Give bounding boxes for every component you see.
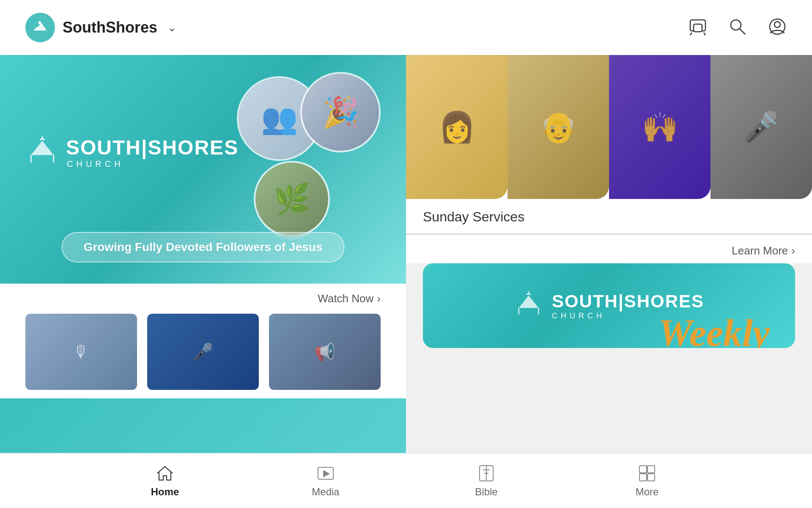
- bottom-navigation: Home Media Bible More: [0, 453, 812, 508]
- profile-icon[interactable]: [768, 17, 787, 38]
- svg-marker-16: [324, 471, 329, 477]
- watch-strip: Watch Now ›: [0, 284, 406, 309]
- right-panel: 👩 👴 🙌 🎤: [406, 55, 812, 466]
- search-icon[interactable]: [728, 17, 747, 38]
- main-content: SOUTH|SHORES CHURCH 👥 🎉: [0, 55, 812, 466]
- svg-point-8: [774, 22, 780, 28]
- svg-rect-25: [639, 474, 647, 481]
- sunday-photo-1: 👩: [406, 55, 508, 199]
- tab-more-label: More: [636, 486, 659, 498]
- watch-now-link[interactable]: Watch Now ›: [318, 292, 381, 305]
- nav-actions: [689, 17, 787, 38]
- svg-line-4: [704, 33, 705, 35]
- nav-brand[interactable]: SouthShores ⌄: [25, 13, 177, 42]
- left-panel: SOUTH|SHORES CHURCH 👥 🎉: [0, 55, 406, 466]
- thumbnail-3[interactable]: 📢: [269, 314, 381, 390]
- circle-photos: 👥 🎉 🌿: [203, 68, 381, 246]
- tab-media[interactable]: Media: [300, 464, 351, 498]
- circle-photo-2: 🎉: [300, 72, 381, 152]
- learn-more-link[interactable]: Learn More ›: [732, 244, 795, 257]
- weekly-main-text: SOUTH|SHORES: [552, 291, 704, 312]
- learn-more-row: Learn More ›: [406, 235, 812, 263]
- thumbnail-2[interactable]: 🎤: [147, 314, 259, 390]
- svg-rect-24: [647, 466, 655, 473]
- svg-line-3: [690, 33, 692, 35]
- svg-point-5: [731, 20, 741, 30]
- weekly-script-text: Weekly: [658, 314, 770, 348]
- svg-rect-2: [694, 24, 702, 32]
- sunday-photo-2: 👴: [508, 55, 609, 199]
- top-navigation: SouthShores ⌄: [0, 0, 812, 55]
- svg-rect-23: [639, 466, 647, 473]
- chat-icon[interactable]: [689, 17, 707, 38]
- tab-bible-label: Bible: [475, 486, 497, 498]
- circle-photo-3: 🌿: [254, 161, 330, 237]
- sunday-services-title: Sunday Services: [423, 209, 795, 225]
- video-thumbnails: 🎙 🎤 📢: [0, 309, 406, 398]
- tab-bible[interactable]: Bible: [461, 464, 512, 498]
- tab-home[interactable]: Home: [140, 464, 190, 498]
- sunday-title-row: Sunday Services: [406, 199, 812, 233]
- weekly-banner[interactable]: SOUTH|SHORES CHURCH Weekly: [423, 263, 795, 348]
- hero-banner: SOUTH|SHORES CHURCH 👥 🎉: [0, 55, 406, 284]
- svg-rect-26: [647, 474, 655, 481]
- tab-home-label: Home: [151, 486, 179, 498]
- sunday-photo-grid: 👩 👴 🙌 🎤: [406, 55, 812, 199]
- svg-line-6: [740, 29, 745, 34]
- hero-tagline[interactable]: Growing Fully Devoted Followers of Jesus: [62, 232, 345, 262]
- sunday-photo-4: 🎤: [710, 55, 812, 199]
- chevron-right-icon: ›: [791, 244, 795, 257]
- tab-more[interactable]: More: [622, 464, 672, 498]
- chevron-down-icon[interactable]: ⌄: [167, 21, 177, 34]
- chevron-right-icon: ›: [377, 292, 381, 305]
- tab-media-label: Media: [312, 486, 339, 498]
- org-name: SouthShores: [63, 19, 157, 36]
- sunday-services-section: 👩 👴 🙌 🎤: [406, 55, 812, 233]
- app-logo: [25, 13, 55, 42]
- thumbnail-1[interactable]: 🎙: [25, 314, 137, 390]
- sunday-photo-3: 🙌: [609, 55, 710, 199]
